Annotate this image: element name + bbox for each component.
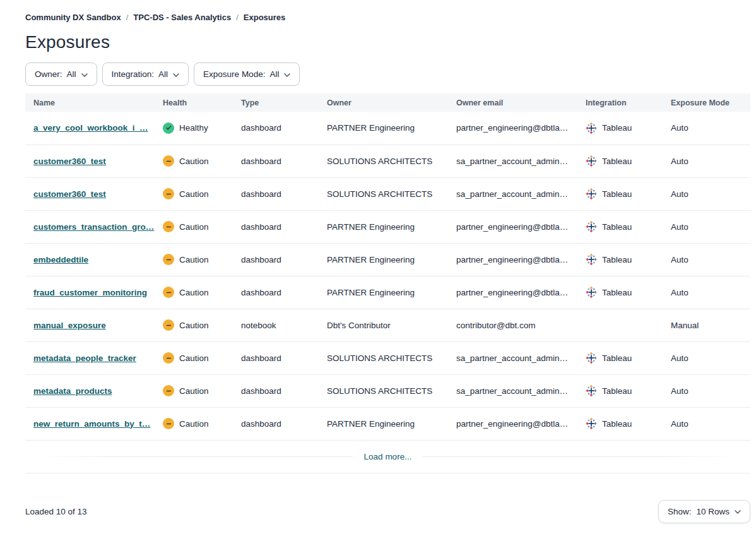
owner-email-cell: sa_partner_account_admin… [456, 145, 586, 177]
exposure-mode-cell: Auto [671, 243, 750, 276]
owner-email-cell: partner_engineering@dbtla… [456, 243, 586, 276]
column-header-owner: Owner [327, 93, 456, 112]
column-header-exposure-mode: Exposure Mode [671, 93, 750, 112]
health-status-icon [163, 254, 174, 265]
exposure-name-link[interactable]: fraud_customer_monitoring [33, 288, 147, 297]
integration-cell: Tableau [586, 177, 671, 210]
health-status-icon [163, 287, 174, 298]
type-cell: notebook [241, 309, 327, 341]
exposure-mode-cell: Auto [671, 145, 750, 177]
exposure-mode-cell: Auto [671, 177, 750, 210]
exposure-mode-cell: Auto [671, 374, 750, 407]
pagination-footer: Loaded 10 of 13 Show: 10 Rows [25, 500, 750, 523]
health-cell: Caution [163, 309, 241, 341]
integration-cell: Tableau [586, 341, 671, 374]
table-row: customer360_test Caution dashboard SOLUT… [25, 145, 750, 177]
integration-cell [586, 309, 671, 341]
type-cell: dashboard [241, 243, 327, 276]
health-label: Caution [179, 222, 209, 232]
dash-icon [165, 191, 172, 198]
type-cell: dashboard [241, 407, 327, 440]
tableau-icon [586, 385, 597, 396]
dash-icon [165, 322, 172, 329]
health-label: Caution [179, 157, 209, 166]
name-cell: new_return_amounts_by_t… [25, 407, 163, 440]
filter-value: All [67, 69, 76, 79]
integration-cell: Tableau [586, 112, 671, 145]
dash-icon [165, 289, 172, 296]
health-status-icon [163, 221, 174, 232]
health-status-icon [163, 418, 174, 429]
owner-cell: PARTNER Engineering [327, 210, 456, 243]
integration-filter-dropdown[interactable]: Integration: All [102, 62, 189, 86]
breadcrumb-project-link[interactable]: Community DX Sandbox [25, 13, 121, 22]
health-status-icon [163, 319, 174, 331]
tableau-icon [586, 352, 597, 364]
owner-email-cell: partner_engineering@dbtla… [456, 210, 586, 243]
exposure-name-link[interactable]: customers_transaction_gro… [33, 222, 154, 232]
table-row: new_return_amounts_by_t… Caution dashboa… [25, 407, 750, 440]
name-cell: customer360_test [25, 177, 163, 210]
dash-icon [165, 223, 172, 230]
owner-filter-dropdown[interactable]: Owner: All [25, 62, 97, 86]
name-cell: customer360_test [25, 145, 163, 177]
exposure-name-link[interactable]: customer360_test [33, 189, 106, 199]
page-title: Exposures [25, 32, 750, 52]
exposure-name-link[interactable]: metadata_products [33, 386, 112, 396]
filter-label: Owner: [35, 69, 62, 79]
exposure-mode-cell: Auto [671, 407, 750, 440]
breadcrumb-separator: / [126, 13, 129, 22]
column-header-name: Name [25, 93, 163, 112]
breadcrumb-current-page: Exposures [244, 13, 285, 22]
health-status-icon [163, 155, 174, 167]
integration-cell: Tableau [586, 243, 671, 276]
health-label: Caution [179, 419, 209, 429]
chevron-down-icon [284, 73, 290, 77]
health-label: Caution [179, 353, 209, 363]
exposure-name-link[interactable]: a_very_cool_workbook_i_… [33, 123, 148, 133]
breadcrumb-separator: / [236, 13, 239, 22]
type-cell: dashboard [241, 341, 327, 374]
column-header-owner-email: Owner email [456, 93, 586, 112]
filter-value: All [269, 69, 279, 79]
type-cell: dashboard [241, 210, 327, 243]
load-more-link[interactable]: Load more... [353, 452, 423, 461]
rows-per-page-dropdown[interactable]: Show: 10 Rows [658, 500, 750, 523]
exposure-name-link[interactable]: manual_exposure [33, 321, 106, 330]
owner-email-cell: partner_engineering@dbtla… [456, 276, 586, 309]
integration-label: Tableau [602, 123, 632, 133]
dash-icon [165, 256, 172, 263]
name-cell: metadata_products [25, 374, 163, 407]
breadcrumb-environment-link[interactable]: TPC-DS - Sales Analytics [133, 13, 231, 22]
check-icon [165, 124, 172, 131]
tableau-icon [586, 188, 597, 199]
load-more-row: Load more... [25, 441, 750, 473]
health-label: Caution [179, 255, 209, 264]
filter-value: All [158, 69, 168, 79]
exposure-name-link[interactable]: embeddedtile [33, 255, 88, 264]
table-row: customers_transaction_gro… Caution dashb… [25, 210, 750, 243]
exposures-page: Community DX Sandbox / TPC-DS - Sales An… [25, 0, 750, 523]
type-cell: dashboard [241, 112, 327, 145]
exposure-name-link[interactable]: customer360_test [33, 157, 106, 166]
health-cell: Caution [163, 407, 241, 440]
integration-label: Tableau [602, 189, 632, 199]
integration-cell: Tableau [586, 145, 671, 177]
integration-label: Tableau [602, 419, 632, 429]
name-cell: metadata_people_tracker [25, 341, 163, 374]
table-row: fraud_customer_monitoring Caution dashbo… [25, 276, 750, 309]
health-cell: Caution [163, 145, 241, 177]
health-cell: Caution [163, 341, 241, 374]
exposure-name-link[interactable]: new_return_amounts_by_t… [33, 419, 150, 429]
column-header-type: Type [241, 93, 327, 112]
integration-cell: Tableau [586, 210, 671, 243]
health-label: Healthy [179, 123, 208, 133]
owner-cell: SOLUTIONS ARCHITECTS [327, 341, 456, 374]
tableau-icon [586, 155, 597, 167]
dash-icon [165, 420, 172, 427]
owner-cell: PARTNER Engineering [327, 243, 456, 276]
exposure-mode-filter-dropdown[interactable]: Exposure Mode: All [194, 62, 300, 86]
chevron-down-icon [173, 73, 179, 77]
name-cell: a_very_cool_workbook_i_… [25, 112, 163, 145]
exposure-name-link[interactable]: metadata_people_tracker [33, 353, 136, 363]
